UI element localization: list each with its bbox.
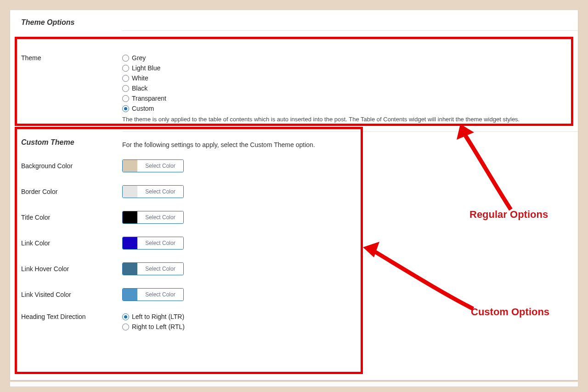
divider	[122, 30, 578, 31]
radio-label: Right to Left (RTL)	[132, 322, 185, 331]
label-title-color: Title Color	[21, 211, 122, 221]
radio-label: Custom	[132, 104, 154, 113]
theme-option-white[interactable]: White	[122, 74, 567, 83]
swatch-link	[123, 237, 137, 249]
theme-option-custom[interactable]: Custom	[122, 104, 567, 113]
row-theme: Theme Grey Light Blue White	[10, 49, 578, 127]
annotation-label-custom: Custom Options	[471, 306, 549, 318]
swatch-title	[123, 211, 137, 223]
settings-panel: Theme Options Theme Grey Light Blue	[10, 10, 578, 380]
label-heading-direction: Heading Text Direction	[21, 312, 122, 320]
footer-strip	[10, 382, 578, 386]
row-link-hover-color: Link Hover Color Select Color	[10, 256, 578, 282]
radio-white[interactable]	[122, 75, 129, 82]
label-background-color: Background Color	[21, 159, 122, 170]
radio-label: Black	[132, 84, 147, 93]
row-background-color: Background Color Select Color	[10, 153, 578, 179]
radio-label: Grey	[132, 53, 146, 62]
color-picker-border[interactable]: Select Color	[122, 185, 184, 198]
color-picker-link[interactable]: Select Color	[122, 237, 184, 250]
row-link-color: Link Color Select Color	[10, 230, 578, 256]
radio-label: White	[132, 74, 148, 83]
select-color-button[interactable]: Select Color	[137, 263, 183, 275]
radio-grey[interactable]	[122, 55, 129, 62]
color-picker-link-hover[interactable]: Select Color	[122, 262, 184, 275]
radio-black[interactable]	[122, 85, 129, 92]
dir-option-rtl[interactable]: Right to Left (RTL)	[122, 322, 567, 331]
row-custom-intro: For the following settings to apply, sel…	[10, 141, 578, 153]
color-picker-background[interactable]: Select Color	[122, 159, 184, 172]
select-color-button[interactable]: Select Color	[137, 186, 183, 198]
radio-label: Light Blue	[132, 63, 160, 73]
swatch-link-hover	[123, 263, 137, 275]
swatch-border	[123, 186, 137, 198]
row-border-color: Border Color Select Color	[10, 179, 578, 205]
label-link-hover-color: Link Hover Color	[21, 262, 122, 273]
select-color-button[interactable]: Select Color	[137, 289, 183, 301]
theme-description: The theme is only applied to the table o…	[122, 116, 567, 123]
custom-theme-intro: For the following settings to apply, sel…	[122, 141, 567, 148]
theme-option-black[interactable]: Black	[122, 84, 567, 93]
label-theme: Theme	[21, 53, 122, 62]
label-link-visited-color: Link Visited Color	[21, 288, 122, 298]
swatch-link-visited	[123, 289, 137, 301]
select-color-button[interactable]: Select Color	[137, 237, 183, 249]
divider	[122, 131, 578, 132]
radio-transparent[interactable]	[122, 95, 129, 102]
radio-custom[interactable]	[122, 105, 129, 112]
label-border-color: Border Color	[21, 185, 122, 195]
color-picker-link-visited[interactable]: Select Color	[122, 288, 184, 301]
theme-radio-list: Grey Light Blue White Black	[122, 53, 567, 113]
label-link-color: Link Color	[21, 237, 122, 247]
section-title-theme-options: Theme Options	[10, 10, 578, 30]
theme-option-grey[interactable]: Grey	[122, 53, 567, 62]
swatch-background	[123, 160, 137, 172]
radio-rtl[interactable]	[122, 324, 129, 330]
select-color-button[interactable]: Select Color	[137, 160, 183, 172]
color-picker-title[interactable]: Select Color	[122, 211, 184, 224]
radio-label: Left to Right (LTR)	[132, 312, 184, 321]
radio-light-blue[interactable]	[122, 65, 129, 72]
theme-option-transparent[interactable]: Transparent	[122, 94, 567, 103]
row-link-visited-color: Link Visited Color Select Color	[10, 282, 578, 307]
theme-option-light-blue[interactable]: Light Blue	[122, 63, 567, 73]
radio-label: Transparent	[132, 94, 166, 103]
radio-ltr[interactable]	[122, 313, 129, 320]
annotation-label-regular: Regular Options	[469, 209, 548, 221]
select-color-button[interactable]: Select Color	[137, 211, 183, 223]
